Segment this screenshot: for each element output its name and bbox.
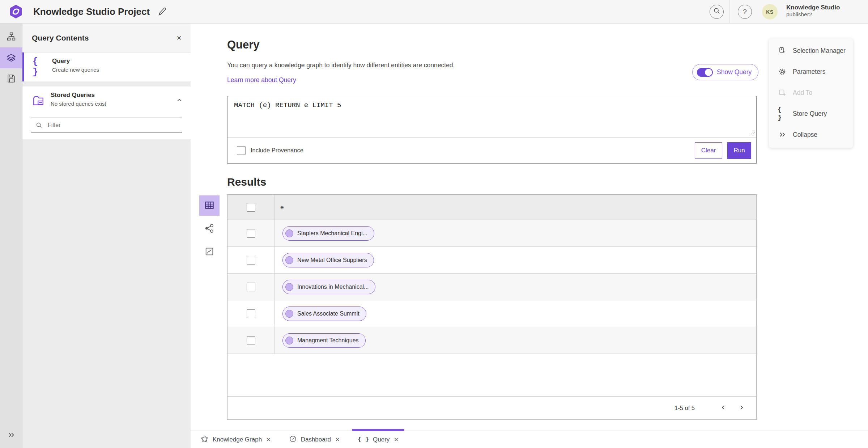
- avatar[interactable]: KS: [762, 4, 778, 20]
- query-textarea[interactable]: MATCH (e) RETURN e LIMIT 5: [227, 96, 756, 137]
- show-query-toggle[interactable]: Show Query: [692, 64, 758, 80]
- avatar-initials: KS: [766, 9, 773, 15]
- entity-dot-icon: [285, 310, 293, 318]
- include-provenance-checkbox[interactable]: [237, 146, 246, 155]
- tool-label: Parameters: [793, 68, 825, 76]
- filter-input[interactable]: [47, 118, 177, 132]
- entity-dot-icon: [285, 337, 293, 345]
- tool-label: Selection Manager: [793, 47, 846, 55]
- close-icon[interactable]: ✕: [394, 436, 399, 443]
- chevron-left-icon: [720, 404, 727, 412]
- toggle-track: [697, 68, 713, 77]
- table-row: Managment Techniques: [227, 327, 756, 354]
- entity-dot-icon: [285, 256, 293, 264]
- tool-collapse[interactable]: Collapse: [769, 124, 853, 145]
- resize-handle-icon[interactable]: [751, 130, 755, 136]
- rail-item-contents[interactable]: [0, 47, 22, 68]
- panel-item-description: No stored queries exist: [51, 101, 183, 107]
- tab-label: Query: [373, 436, 390, 443]
- tab-label: Knowledge Graph: [213, 436, 262, 443]
- view-tab-bar: Knowledge Graph ✕ Dashboard ✕ { } Query …: [191, 431, 868, 448]
- results-heading: Results: [227, 176, 266, 188]
- entity-pill[interactable]: New Metal Office Suppliers: [282, 253, 374, 267]
- gauge-icon: [289, 435, 297, 444]
- tool-add-to: Add To: [769, 82, 853, 103]
- row-checkbox-cell: [227, 327, 275, 354]
- entity-label: Sales Associate Summit: [297, 310, 359, 317]
- clear-button[interactable]: Clear: [695, 142, 722, 159]
- entity-label: Innovations in Mechanical...: [297, 284, 369, 290]
- tool-selection-manager[interactable]: Selection Manager: [769, 40, 853, 61]
- close-icon: ✕: [176, 35, 182, 42]
- row-checkbox-cell: [227, 274, 275, 300]
- row-checkbox[interactable]: [247, 309, 255, 318]
- row-checkbox-cell: [227, 300, 275, 327]
- help-button[interactable]: ?: [738, 5, 752, 19]
- tool-parameters[interactable]: Parameters: [769, 61, 853, 82]
- braces-icon: { }: [358, 436, 369, 443]
- panel-header: Query Contents ✕: [22, 24, 191, 52]
- link-chart-icon: [204, 223, 214, 234]
- header-divider: [729, 0, 729, 24]
- pagination-range: 1-5 of 5: [675, 405, 695, 411]
- account-role: publisher2: [786, 11, 840, 18]
- learn-more-link[interactable]: Learn more about Query: [227, 76, 296, 84]
- tab-dashboard[interactable]: Dashboard ✕: [282, 431, 346, 448]
- entity-label: Managment Techniques: [297, 337, 359, 344]
- table-header-row: e: [227, 195, 756, 220]
- row-checkbox[interactable]: [247, 283, 255, 291]
- search-button[interactable]: [710, 5, 724, 19]
- entity-pill[interactable]: Sales Associate Summit: [282, 307, 366, 321]
- braces-icon: { }: [778, 106, 787, 122]
- row-checkbox[interactable]: [247, 336, 255, 345]
- tab-label: Dashboard: [301, 436, 331, 443]
- entity-pill[interactable]: Staplers Mechanical Engi...: [282, 226, 374, 241]
- close-icon[interactable]: ✕: [335, 436, 340, 443]
- layers-icon: [6, 52, 16, 64]
- table-view-button[interactable]: [199, 195, 220, 216]
- row-checkbox[interactable]: [247, 229, 255, 238]
- project-title: Knowledge Studio Project: [33, 0, 150, 24]
- filter-section: [22, 115, 191, 139]
- expand-rail-button[interactable]: [0, 425, 22, 446]
- table-row: Innovations in Mechanical...: [227, 274, 756, 300]
- link-chart-view-button[interactable]: [199, 219, 220, 239]
- row-checkbox[interactable]: [247, 256, 255, 265]
- entity-label: New Metal Office Suppliers: [297, 257, 367, 263]
- panel-item-title: Stored Queries: [51, 92, 183, 99]
- select-all-checkbox[interactable]: [247, 203, 255, 212]
- entity-dot-icon: [285, 283, 293, 291]
- hierarchy-icon: [7, 32, 16, 42]
- query-editor: MATCH (e) RETURN e LIMIT 5: [227, 96, 756, 138]
- query-heading: Query: [227, 38, 260, 51]
- tool-label: Collapse: [793, 131, 817, 139]
- close-panel-button[interactable]: ✕: [174, 33, 184, 43]
- tool-store-query[interactable]: { } Store Query: [769, 103, 853, 124]
- double-chevron-right-icon: [778, 130, 787, 139]
- entity-pill[interactable]: Innovations in Mechanical...: [282, 280, 375, 294]
- row-checkbox-cell: [227, 247, 275, 273]
- run-button[interactable]: Run: [727, 142, 751, 159]
- panel-item-query[interactable]: { } Query Create new queries: [22, 52, 191, 81]
- panel-item-stored-queries[interactable]: Stored Queries No stored queries exist: [22, 86, 191, 115]
- edit-title-button[interactable]: [156, 5, 169, 18]
- double-chevron-right-icon: [7, 430, 16, 441]
- map-view-button[interactable]: [199, 242, 220, 262]
- previous-page-button[interactable]: [717, 402, 729, 414]
- rail-item-save[interactable]: [0, 68, 22, 89]
- query-contents-panel: Query Contents ✕ { } Query Create new qu…: [22, 24, 191, 448]
- rail-item-data-model[interactable]: [0, 26, 22, 47]
- tab-query[interactable]: { } Query ✕: [351, 431, 405, 448]
- filter-field: [31, 118, 182, 133]
- account-info: Knowledge Studio publisher2: [786, 4, 840, 18]
- next-page-button[interactable]: [735, 402, 748, 414]
- tab-knowledge-graph[interactable]: Knowledge Graph ✕: [194, 431, 277, 448]
- panel-title: Query Contents: [32, 24, 89, 52]
- collapse-section-button[interactable]: [174, 95, 185, 106]
- help-icon: ?: [743, 8, 747, 16]
- map-icon: [204, 246, 214, 258]
- entity-pill[interactable]: Managment Techniques: [282, 333, 366, 348]
- toggle-knob: [705, 69, 712, 76]
- tool-label: Store Query: [793, 110, 827, 118]
- close-icon[interactable]: ✕: [266, 436, 271, 443]
